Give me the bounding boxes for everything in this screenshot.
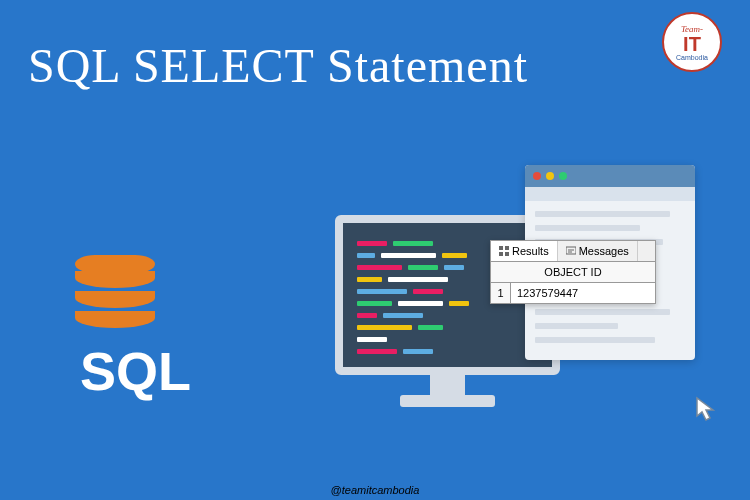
row-value: 1237579447 xyxy=(511,283,655,303)
svg-rect-1 xyxy=(505,246,509,250)
svg-rect-3 xyxy=(505,252,509,256)
results-column-header: OBJECT ID xyxy=(491,262,655,283)
svg-rect-0 xyxy=(499,246,503,250)
brand-logo: Team- IT Cambodia xyxy=(662,12,722,72)
logo-main-text: IT xyxy=(683,34,701,54)
tab-results[interactable]: Results xyxy=(491,241,558,261)
logo-bottom-text: Cambodia xyxy=(676,54,708,61)
browser-header xyxy=(525,165,695,187)
tab-results-label: Results xyxy=(512,245,549,257)
message-icon xyxy=(566,246,576,256)
page-title: SQL SELECT Statement xyxy=(0,0,750,93)
sql-label: SQL xyxy=(80,340,191,402)
tab-messages[interactable]: Messages xyxy=(558,241,638,261)
window-close-dot xyxy=(533,172,541,180)
table-row: 1 1237579447 xyxy=(491,283,655,303)
database-icon xyxy=(75,255,155,331)
sql-results-panel: Results Messages OBJECT ID 1 1237579447 xyxy=(490,240,656,304)
tab-messages-label: Messages xyxy=(579,245,629,257)
monitor-base xyxy=(400,395,495,407)
window-minimize-dot xyxy=(546,172,554,180)
footer-credit: @teamitcambodia xyxy=(0,484,750,496)
window-maximize-dot xyxy=(559,172,567,180)
grid-icon xyxy=(499,246,509,256)
row-number: 1 xyxy=(491,283,511,303)
svg-rect-2 xyxy=(499,252,503,256)
cursor-icon xyxy=(695,396,719,426)
logo-top-text: Team- xyxy=(681,24,703,34)
